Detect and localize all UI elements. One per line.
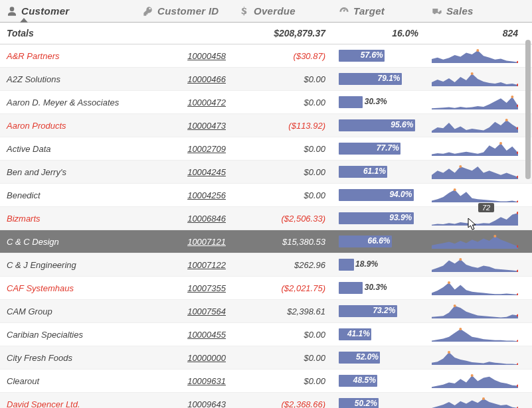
overdue-cell: $0.00	[232, 370, 332, 392]
customer-id-link[interactable]: 10000455	[136, 323, 232, 346]
overdue-cell: ($2,368.66)	[232, 393, 332, 408]
table-row[interactable]: A&R Partners10000458($30.87)57.6%	[0, 44, 532, 68]
scrollbar[interactable]	[525, 40, 531, 405]
col-target[interactable]: Target	[332, 0, 425, 22]
overdue-cell: $0.00	[232, 323, 332, 346]
sales-sparkline-cell	[425, 207, 525, 230]
sales-sparkline-cell	[425, 44, 525, 67]
customer-cell[interactable]: Benedict	[0, 184, 136, 206]
table-row[interactable]: CAM Group10007564$2,398.6173.2%	[0, 300, 532, 323]
col-sales[interactable]: Sales	[425, 0, 525, 22]
svg-point-18	[459, 258, 462, 261]
customer-id-link[interactable]: 10007355	[136, 277, 232, 299]
customer-id-link[interactable]: 10000458	[136, 44, 232, 67]
sales-sparkline-cell	[425, 253, 525, 276]
target-cell: 52.0%	[332, 346, 425, 369]
customer-cell[interactable]: C & J Engineering	[0, 253, 136, 276]
overdue-cell: $0.00	[232, 161, 332, 183]
customer-cell[interactable]: Active Data	[0, 137, 136, 160]
sales-sparkline-cell	[425, 68, 525, 90]
customer-cell[interactable]: David Spencer Ltd.	[0, 393, 136, 408]
target-cell: 48.5%	[332, 370, 425, 392]
table-row[interactable]: C & C Design10007121$15,380.5366.6%	[0, 230, 532, 253]
table-row[interactable]: Clearout10009631$0.0048.5%	[0, 370, 532, 393]
table-row[interactable]: Aaron Products10000473($113.92)95.6%	[0, 114, 532, 137]
overdue-cell: ($113.92)	[232, 114, 332, 137]
svg-point-0	[476, 49, 479, 52]
table-row[interactable]: CAF Systemhaus10007355($2,021.75)30.3%	[0, 277, 532, 300]
sales-sparkline-cell	[425, 370, 525, 392]
svg-point-21	[517, 293, 518, 295]
col-overdue[interactable]: Overdue	[232, 0, 332, 22]
col-customer[interactable]: Customer	[0, 0, 136, 22]
customer-id-link[interactable]: 10006846	[136, 207, 232, 230]
target-cell: 79.1%	[332, 68, 425, 90]
scrollbar-thumb[interactable]	[525, 40, 531, 179]
customer-cell[interactable]: CAM Group	[0, 300, 136, 322]
customer-cell[interactable]: Ben and Jerry's	[0, 161, 136, 183]
customer-cell[interactable]: A&R Partners	[0, 44, 136, 67]
sales-sparkline-cell	[425, 91, 525, 113]
target-cell: 93.9%	[332, 207, 425, 230]
customer-id-link[interactable]: 10009631	[136, 370, 232, 392]
target-cell: 30.3%	[332, 277, 425, 299]
table-row[interactable]: Aaron D. Meyer & Associates10000472$0.00…	[0, 91, 532, 114]
svg-point-25	[517, 340, 518, 342]
table-row[interactable]: Ben and Jerry's10004245$0.0061.1%	[0, 161, 532, 184]
sales-sparkline-cell	[425, 300, 525, 322]
table-row[interactable]: A2Z Solutions10000466$0.0079.1%	[0, 68, 532, 91]
table-row[interactable]: C & J Engineering10007122$262.9618.9%	[0, 253, 532, 277]
customer-id-link[interactable]: 10000472	[136, 91, 232, 113]
col-customer-label: Customer	[21, 5, 69, 17]
customer-id-link[interactable]: 10002709	[136, 137, 232, 160]
table-row[interactable]: Bizmarts10006846($2,506.33)93.9%	[0, 207, 532, 230]
table-row[interactable]: Caribian Specialties10000455$0.0041.1%	[0, 323, 532, 346]
target-cell: 18.9%	[332, 253, 425, 276]
overdue-cell: $262.96	[232, 253, 332, 276]
overdue-cell: ($30.87)	[232, 44, 332, 67]
table-row[interactable]: David Spencer Ltd.10009643($2,368.66)50.…	[0, 393, 532, 408]
sales-sparkline-cell	[425, 230, 525, 253]
overdue-cell: $0.00	[232, 68, 332, 90]
key-icon	[143, 6, 153, 17]
customer-id-link[interactable]: 10000000	[136, 346, 232, 369]
gauge-icon	[339, 6, 349, 17]
svg-point-30	[482, 397, 485, 400]
table-row[interactable]: Active Data10002709$0.0077.7%	[0, 137, 532, 161]
svg-point-24	[459, 328, 462, 330]
table-body: A&R Partners10000458($30.87)57.6%A2Z Sol…	[0, 44, 532, 408]
truck-icon	[432, 6, 442, 17]
customer-id-link[interactable]: 10007121	[136, 230, 232, 253]
customer-id-link[interactable]: 10004256	[136, 184, 232, 206]
overdue-cell: ($2,021.75)	[232, 277, 332, 299]
customer-cell[interactable]: Caribian Specialties	[0, 323, 136, 346]
svg-point-6	[505, 119, 508, 121]
customer-id-link[interactable]: 10000473	[136, 114, 232, 137]
customer-id-link[interactable]: 10004245	[136, 161, 232, 183]
svg-point-2	[471, 72, 474, 75]
customer-cell[interactable]: A2Z Solutions	[0, 68, 136, 90]
svg-point-26	[448, 351, 450, 354]
customer-id-link[interactable]: 10007122	[136, 253, 232, 276]
table-row[interactable]: Benedict10004256$0.0094.0%	[0, 184, 532, 207]
target-cell: 66.6%	[332, 230, 425, 253]
overdue-cell: $2,398.61	[232, 300, 332, 322]
customer-cell[interactable]: Clearout	[0, 370, 136, 392]
table-row[interactable]: City Fresh Foods10000000$0.0052.0%	[0, 346, 532, 370]
customer-id-link[interactable]: 10000466	[136, 68, 232, 90]
customer-cell[interactable]: CAF Systemhaus	[0, 277, 136, 299]
target-cell: 73.2%	[332, 300, 425, 322]
target-cell: 77.7%	[332, 137, 425, 160]
customer-id-link[interactable]: 10007564	[136, 300, 232, 322]
customer-id-link[interactable]: 10009643	[136, 393, 232, 408]
target-cell: 95.6%	[332, 114, 425, 137]
customer-cell[interactable]: City Fresh Foods	[0, 346, 136, 369]
customer-cell[interactable]: Bizmarts	[0, 207, 136, 230]
customer-cell[interactable]: Aaron D. Meyer & Associates	[0, 91, 136, 113]
sparkline-tooltip: 72	[478, 203, 494, 212]
target-cell: 41.1%	[332, 323, 425, 346]
col-overdue-label: Overdue	[254, 5, 296, 17]
customer-cell[interactable]: C & C Design	[0, 230, 136, 253]
col-customer-id[interactable]: Customer ID	[136, 0, 232, 22]
customer-cell[interactable]: Aaron Products	[0, 114, 136, 137]
